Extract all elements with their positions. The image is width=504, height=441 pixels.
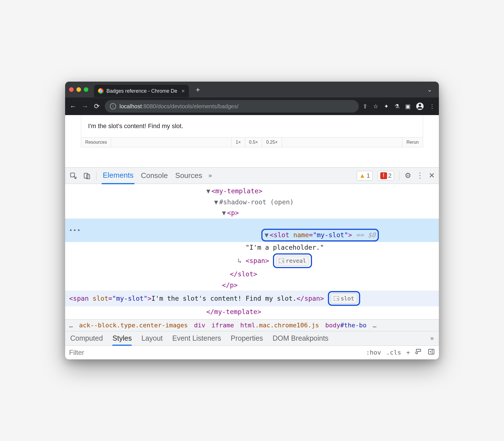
devtools: Elements Console Sources » ▲ 1 ! 2 ⚙ ⋮ ✕ [65, 167, 439, 359]
reveal-badge-highlight: reveal [273, 253, 312, 268]
dom-node-span-slotted[interactable]: <span slot="my-slot">I'm the slot's cont… [65, 291, 439, 306]
resources-button[interactable]: Resources [81, 137, 111, 147]
zoom-1x-button[interactable]: 1× [231, 137, 245, 147]
dom-breadcrumbs[interactable]: … ack--block.type.center-images div ifra… [65, 319, 439, 331]
urlbar: ← → ⟳ i localhost:8080/docs/devtools/ele… [65, 97, 439, 115]
extensions-icon[interactable]: ✦ [384, 103, 389, 110]
new-tab-button[interactable]: + [196, 85, 200, 94]
tab-styles[interactable]: Styles [112, 334, 132, 346]
tab-computed[interactable]: Computed [70, 334, 103, 342]
tab-dom-breakpoints[interactable]: DOM Breakpoints [273, 334, 328, 342]
zoom-025x-button[interactable]: 0.25× [262, 137, 282, 147]
toggle-sidebar-icon[interactable] [428, 348, 435, 357]
page-viewport: I'm the slot's content! Find my slot. Re… [65, 115, 439, 167]
window-minimize-button[interactable] [76, 87, 81, 92]
settings-gear-icon[interactable]: ⚙ [405, 171, 411, 180]
devtools-menu-icon[interactable]: ⋮ [416, 171, 424, 180]
device-toggle-icon[interactable] [83, 171, 91, 180]
site-info-icon[interactable]: i [110, 103, 116, 109]
eq-dollar-zero: == $0 [356, 231, 375, 239]
tab-sources[interactable]: Sources [174, 168, 203, 183]
page-content-text: I'm the slot's content! Find my slot. [81, 115, 423, 137]
collapsed-ellipsis-icon[interactable]: ••• [69, 226, 81, 234]
cls-toggle-button[interactable]: .cls [386, 349, 401, 356]
tab-properties[interactable]: Properties [231, 334, 263, 342]
tab-elements[interactable]: Elements [102, 168, 134, 184]
selection-highlight: ▼<slot name="my-slot"> == $0 [261, 229, 379, 241]
dom-node-span-ref[interactable]: ↳ <span> reveal [65, 253, 439, 269]
errors-badge[interactable]: ! 2 [378, 171, 394, 181]
styles-filter-input[interactable] [69, 349, 361, 357]
dom-tree[interactable]: ▼<my-template> ▼#shadow-root (open) ▼<p>… [65, 184, 439, 319]
more-tabs-icon[interactable]: » [208, 172, 212, 179]
page-panel: I'm the slot's content! Find my slot. Re… [81, 115, 423, 147]
forward-button[interactable]: → [81, 102, 89, 110]
styles-tabs: Computed Styles Layout Event Listeners P… [65, 331, 439, 346]
bookmark-star-icon[interactable]: ☆ [373, 103, 378, 110]
crumb-iframe[interactable]: iframe [212, 322, 234, 329]
svg-rect-4 [428, 349, 434, 354]
traffic-lights [69, 87, 88, 92]
titlebar: Badges reference - Chrome De ✕ + ⌄ [65, 82, 439, 97]
styles-filter-row: :hov .cls + [65, 346, 439, 359]
warnings-badge[interactable]: ▲ 1 [357, 171, 373, 181]
select-icon [279, 258, 284, 263]
new-style-rule-button[interactable]: + [406, 349, 410, 356]
expand-caret-icon[interactable]: ▼ [214, 197, 219, 207]
tab-title: Badges reference - Chrome De [106, 88, 177, 94]
inspect-element-icon[interactable] [69, 171, 78, 180]
warnings-count: 1 [367, 172, 370, 179]
tab-list-chevron-icon[interactable]: ⌄ [427, 86, 432, 93]
crumb-html[interactable]: html.mac.chrome106.js [240, 322, 319, 329]
crumb-1[interactable]: ack--block.type.center-images [79, 322, 188, 329]
paint-brush-icon[interactable] [415, 348, 422, 357]
crumb-ellipsis-left[interactable]: … [69, 322, 73, 329]
window-maximize-button[interactable] [84, 87, 88, 92]
svg-rect-2 [84, 173, 88, 178]
dom-node-shadow-root[interactable]: ▼#shadow-root (open) [65, 197, 439, 208]
devtools-toolbar: Elements Console Sources » ▲ 1 ! 2 ⚙ ⋮ ✕ [65, 168, 439, 184]
window-close-button[interactable] [69, 87, 74, 92]
tab-console[interactable]: Console [140, 168, 169, 183]
zoom-05x-button[interactable]: 0.5× [245, 137, 262, 147]
dom-node-my-template-open[interactable]: ▼<my-template> [65, 186, 439, 197]
browser-menu-icon[interactable]: ⋮ [429, 103, 435, 110]
back-button[interactable]: ← [69, 102, 77, 110]
share-icon[interactable]: ⇪ [363, 103, 368, 110]
toolbar-icons: ⇪ ☆ ✦ ⚗ ▣ ⋮ [363, 103, 435, 110]
slot-badge-button[interactable]: slot [331, 293, 357, 304]
dom-node-my-template-close[interactable]: </my-template> [65, 306, 439, 317]
errors-count: 2 [388, 172, 392, 179]
dom-node-slot-close[interactable]: </slot> [65, 269, 439, 280]
expand-caret-icon[interactable]: ▼ [265, 230, 270, 240]
svg-point-0 [419, 104, 421, 107]
tab-close-button[interactable]: ✕ [181, 88, 185, 94]
hover-toggle-button[interactable]: :hov [366, 349, 381, 356]
error-icon: ! [380, 172, 387, 179]
devtools-close-button[interactable]: ✕ [429, 171, 435, 180]
dom-node-placeholder-text[interactable]: "I'm a placeholder." [65, 242, 439, 253]
dom-node-p-open[interactable]: ▼<p> [65, 207, 439, 219]
crumb-body[interactable]: body#the-bo [325, 322, 367, 329]
chrome-favicon-icon [98, 88, 104, 94]
dom-node-p-close[interactable]: </p> [65, 280, 439, 291]
warning-icon: ▲ [359, 172, 366, 179]
tab-event-listeners[interactable]: Event Listeners [172, 334, 221, 342]
labs-flask-icon[interactable]: ⚗ [394, 103, 400, 110]
rerun-button[interactable]: Rerun [402, 137, 423, 147]
expand-caret-icon[interactable]: ▼ [206, 186, 212, 196]
browser-tab[interactable]: Badges reference - Chrome De ✕ [94, 85, 189, 97]
reload-button[interactable]: ⟳ [93, 102, 101, 110]
more-styles-tabs-icon[interactable]: » [430, 335, 434, 342]
dom-node-slot-selected[interactable]: ••• ▼<slot name="my-slot"> == $0 [65, 219, 439, 242]
page-footer: Resources 1× 0.5× 0.25× Rerun [81, 137, 423, 147]
address-bar[interactable]: i localhost:8080/docs/devtools/elements/… [105, 100, 359, 113]
crumb-div[interactable]: div [194, 322, 205, 329]
slot-badge-highlight: slot [328, 291, 360, 306]
expand-caret-icon[interactable]: ▼ [222, 208, 227, 218]
reveal-badge-button[interactable]: reveal [276, 256, 309, 266]
crumb-ellipsis-right[interactable]: … [373, 322, 376, 329]
profile-avatar-icon[interactable] [416, 103, 424, 110]
tab-layout[interactable]: Layout [141, 334, 163, 342]
side-panel-icon[interactable]: ▣ [405, 103, 411, 110]
